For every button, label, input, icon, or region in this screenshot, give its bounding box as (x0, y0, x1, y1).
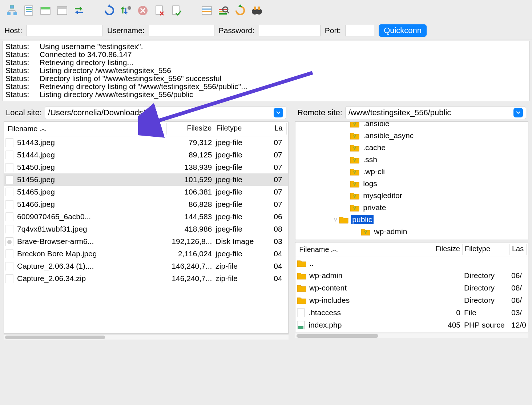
svg-rect-5 (26, 9, 32, 10)
file-row[interactable]: 51466.jpeg86,828jpeg-file07 (4, 198, 288, 210)
svg-text:?: ? (353, 145, 356, 151)
file-row[interactable]: wp-adminDirectory06/ (295, 269, 528, 282)
svg-rect-2 (13, 12, 17, 15)
file-row[interactable]: wp-includesDirectory06/ (295, 294, 528, 306)
tree-item[interactable]: ?wp-admin (295, 225, 528, 237)
local-path-combo[interactable]: /Users/cornelia/Downloads/ (45, 106, 286, 119)
local-file-list[interactable]: Filename ︿ Filesize Filetype La 51443.jp… (4, 121, 289, 334)
svg-rect-29 (6, 139, 13, 147)
sort-asc-icon: ︿ (40, 125, 47, 133)
file-x-icon[interactable] (153, 4, 166, 17)
remote-file-list[interactable]: Filename ︿ Filesize Filetype Las ..wp-ad… (295, 242, 528, 332)
file-row[interactable]: 51465.jpeg106,381jpeg-file07 (4, 186, 288, 198)
svg-text:?: ? (353, 133, 356, 139)
sites-container: Local site: /Users/cornelia/Downloads/ F… (0, 101, 532, 340)
file-row[interactable]: Breckon Bore Map.jpeg2,116,024jpeg-file0… (4, 248, 288, 260)
file-row[interactable]: 51443.jpeg79,312jpeg-file07 (4, 136, 288, 149)
page-icon[interactable] (22, 4, 36, 17)
file-check-icon[interactable] (169, 4, 183, 17)
tree-item[interactable]: ?.ansible_async (295, 129, 528, 141)
refresh-icon[interactable] (102, 4, 116, 17)
file-row[interactable]: index.php405PHP source12/0 (295, 319, 528, 331)
local-site-label: Local site: (6, 108, 42, 117)
chevron-down-icon[interactable] (513, 108, 523, 117)
svg-rect-33 (6, 188, 13, 196)
svg-point-38 (7, 240, 12, 244)
svg-text:?: ? (353, 157, 356, 163)
tree-item[interactable]: vpublic (295, 213, 528, 225)
svg-rect-32 (6, 176, 13, 184)
svg-rect-41 (6, 274, 13, 283)
tree-item[interactable]: ?.ssh (295, 153, 528, 165)
svg-text:?: ? (353, 205, 356, 211)
password-label: Password: (219, 26, 254, 35)
tabs-icon[interactable] (39, 4, 52, 17)
tree-item[interactable]: ?logs (295, 177, 528, 189)
file-row[interactable]: .. (295, 257, 528, 269)
svg-rect-21 (219, 13, 227, 15)
chevron-down-icon[interactable] (274, 108, 283, 117)
password-input[interactable] (259, 25, 321, 36)
svg-text:?: ? (353, 193, 356, 199)
svg-rect-8 (41, 7, 50, 9)
file-row[interactable]: wp-contentDirectory08/ (295, 282, 528, 294)
svg-rect-10 (57, 7, 67, 9)
file-row[interactable]: Capture_2.06.34.zip146,240,7...zip-file0… (4, 272, 288, 285)
log-row: Status:Connected to 34.70.86.147 (5, 51, 527, 59)
window-icon[interactable] (55, 4, 69, 17)
port-input[interactable] (345, 25, 374, 36)
remote-file-header[interactable]: Filename ︿ Filesize Filetype Las (295, 242, 528, 257)
tree-item[interactable]: ?.cache (295, 141, 528, 153)
cancel-icon[interactable] (136, 4, 150, 17)
host-input[interactable] (27, 25, 103, 36)
svg-rect-52 (297, 309, 305, 317)
quickconnect-button[interactable]: Quickconn (379, 24, 427, 37)
file-row[interactable]: Capture_2.06.34 (1)....146,240,7...zip-f… (4, 260, 288, 272)
hscrollbar[interactable] (4, 334, 289, 340)
svg-point-12 (128, 6, 131, 10)
remote-site-label: Remote site: (297, 108, 342, 117)
log-panel[interactable]: Status:Using username "testingsitex".Sta… (2, 41, 530, 101)
tree-item[interactable]: ?private (295, 201, 528, 213)
svg-text:?: ? (353, 121, 356, 127)
svg-rect-35 (6, 213, 13, 221)
search-folder-icon[interactable] (217, 4, 230, 17)
file-row[interactable]: 51456.jpeg101,529jpeg-file07 (4, 173, 288, 186)
remote-panel: Remote site: /www/testingsitex_556/publi… (294, 105, 530, 340)
host-label: Host: (4, 26, 22, 35)
reload-icon[interactable] (233, 4, 247, 17)
table-icon[interactable] (200, 4, 214, 17)
swap-icon[interactable] (72, 4, 86, 17)
file-row[interactable]: 6009070465_6acb0...144,583jpeg-file06 (4, 210, 288, 223)
sort-settings-icon[interactable] (119, 4, 133, 17)
svg-rect-3 (25, 6, 33, 15)
file-row[interactable]: 51444.jpeg89,125jpeg-file07 (4, 149, 288, 161)
tree-item[interactable]: ?wp-content (295, 237, 528, 240)
remote-path-text: /www/testingsitex_556/public (348, 108, 451, 117)
file-row[interactable]: 7q4vx81wubf31.jpeg418,986jpeg-file08 (4, 223, 288, 235)
local-site-header: Local site: /Users/cornelia/Downloads/ (2, 105, 290, 121)
file-row[interactable]: 51450.jpeg138,939jpeg-file07 (4, 161, 288, 173)
local-file-header[interactable]: Filename ︿ Filesize Filetype La (4, 122, 288, 136)
file-row[interactable]: Brave-Browser-arm6...192,126,8...Disk Im… (4, 235, 288, 248)
sitemap-icon[interactable] (5, 4, 19, 17)
tree-item[interactable]: ?.wp-cli (295, 165, 528, 177)
log-row: Status:Listing directory /www/testingsit… (5, 67, 527, 75)
svg-rect-27 (254, 7, 256, 10)
svg-rect-1 (7, 12, 11, 15)
binoculars-icon[interactable] (250, 4, 264, 17)
remote-path-combo[interactable]: /www/testingsitex_556/public (345, 106, 526, 119)
svg-rect-28 (258, 7, 260, 10)
remote-site-header: Remote site: /www/testingsitex_556/publi… (294, 105, 530, 121)
svg-text:?: ? (364, 229, 367, 235)
local-path-text: /Users/cornelia/Downloads/ (48, 108, 145, 117)
file-row[interactable]: .htaccess0File03/ (295, 306, 528, 319)
tree-item[interactable]: ?.ansible (295, 121, 528, 129)
svg-rect-36 (6, 225, 13, 233)
username-input[interactable] (149, 25, 214, 36)
log-row: Status:Directory listing of "/www/testin… (5, 75, 527, 83)
remote-tree[interactable]: ?.ansible?.ansible_async?.cache?.ssh?.wp… (295, 121, 528, 240)
hscrollbar[interactable] (295, 333, 528, 338)
tree-item[interactable]: ?mysqleditor (295, 189, 528, 201)
log-row: Status:Listing directory /www/testingsit… (5, 91, 527, 99)
